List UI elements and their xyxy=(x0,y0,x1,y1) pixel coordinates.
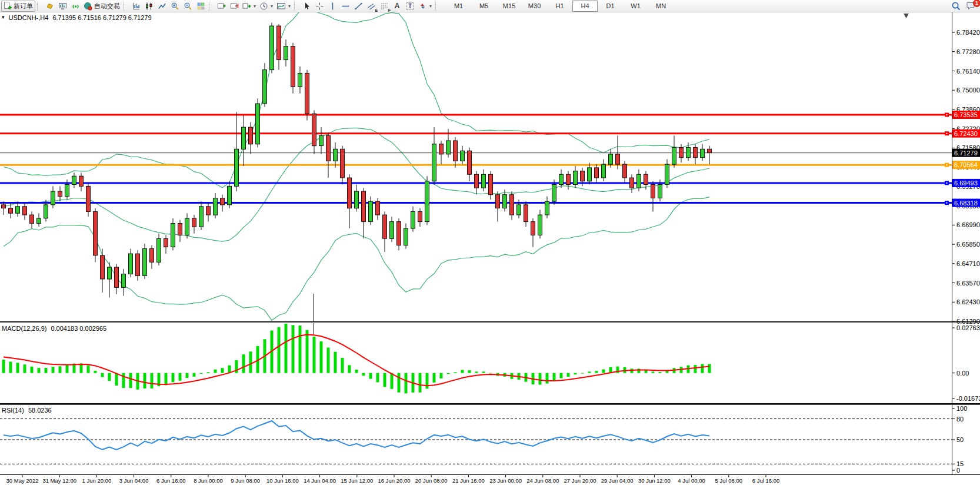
tf-button-W1[interactable]: W1 xyxy=(623,1,648,12)
svg-text:30 Jun 12:00: 30 Jun 12:00 xyxy=(638,477,671,484)
zoom-out-button[interactable] xyxy=(181,1,194,12)
timeframe-bar: M1M5M15M30H1H4D1W1MN xyxy=(446,1,674,12)
search-button[interactable] xyxy=(949,1,963,12)
indicators-dropdown[interactable]: ▾ xyxy=(275,1,292,12)
crosshair-tool-button[interactable] xyxy=(313,1,326,12)
tf-button-H1[interactable]: H1 xyxy=(547,1,572,12)
vertical-line-icon xyxy=(328,2,337,11)
channel-tool-button[interactable]: E xyxy=(365,1,378,12)
svg-text:6 Jun 16:00: 6 Jun 16:00 xyxy=(156,477,186,484)
svg-text:30 May 2022: 30 May 2022 xyxy=(6,477,39,484)
cursor-tool-button[interactable] xyxy=(300,1,313,12)
signals-button[interactable] xyxy=(69,1,82,12)
horizontal-line-tool-button[interactable] xyxy=(339,1,352,12)
tf-button-M5[interactable]: M5 xyxy=(471,1,496,12)
periods-dropdown[interactable]: ▾ xyxy=(258,1,275,12)
text-label-tool-button[interactable]: T xyxy=(404,1,416,12)
new-order-label: 新订单 xyxy=(14,2,33,11)
arrows-dropdown[interactable]: ▾ xyxy=(416,1,434,12)
svg-text:24 Jun 08:00: 24 Jun 08:00 xyxy=(526,477,559,484)
svg-text:6.65850: 6.65850 xyxy=(956,241,980,248)
macd-indicator-label: MACD(12,26,9) 0.004183 0.002965 xyxy=(2,325,106,332)
svg-text:6.75000: 6.75000 xyxy=(956,87,980,94)
svg-text:21 Jun 16:00: 21 Jun 16:00 xyxy=(452,477,485,484)
svg-text:6.73535: 6.73535 xyxy=(954,111,978,118)
chevron-down-icon: ▾ xyxy=(429,4,432,9)
text-tool-button[interactable]: A xyxy=(391,1,404,12)
toolbar-grip xyxy=(209,2,212,11)
line-chart-icon xyxy=(158,2,166,11)
rsi-value: 58.0236 xyxy=(28,407,52,414)
clock-icon xyxy=(259,2,268,11)
toolbar: 新订单 自动交易 ▾ ▾ ▾ E F A T ▾ M1M5M1 xyxy=(0,0,980,12)
signal-icon xyxy=(71,2,80,11)
tile-windows-button[interactable] xyxy=(194,1,207,12)
monitor-chart-icon xyxy=(58,2,67,11)
tf-button-MN[interactable]: MN xyxy=(648,1,674,12)
svg-text:6.76140: 6.76140 xyxy=(956,68,980,75)
svg-text:6.68318: 6.68318 xyxy=(954,200,978,207)
svg-text:15 Jun 12:00: 15 Jun 12:00 xyxy=(341,477,373,484)
tf-button-M1[interactable]: M1 xyxy=(446,1,471,12)
new-chart-dropdown[interactable]: ▾ xyxy=(241,1,258,12)
auto-scroll-button[interactable] xyxy=(215,1,228,12)
rsi-indicator-label: RSI(14) 58.0236 xyxy=(2,407,52,414)
svg-text:6 Jul 16:00: 6 Jul 16:00 xyxy=(752,477,779,484)
data-window-button[interactable] xyxy=(56,1,69,12)
zoom-in-icon xyxy=(171,2,179,11)
chart-area[interactable]: 6.784206.772806.761406.750006.738606.727… xyxy=(0,0,980,485)
chart-ohlc-values: 6.71395 6.71516 6.71279 6.71279 xyxy=(52,14,151,21)
autotrading-icon xyxy=(84,2,92,11)
svg-text:6.72430: 6.72430 xyxy=(954,130,978,137)
autotrading-label: 自动交易 xyxy=(94,2,120,11)
bar-chart-button[interactable] xyxy=(129,1,142,12)
line-chart-button[interactable] xyxy=(155,1,168,12)
text-label-icon: T xyxy=(406,2,414,10)
trendline-tool-button[interactable] xyxy=(352,1,365,12)
gold-icon xyxy=(45,2,54,11)
notifications-button[interactable]: 1 xyxy=(964,1,978,12)
macd-values: 0.004183 0.002965 xyxy=(51,325,106,332)
crosshair-icon xyxy=(315,2,324,11)
svg-text:6.70564: 6.70564 xyxy=(954,161,978,168)
svg-text:5 Jul 08:00: 5 Jul 08:00 xyxy=(715,477,742,484)
vertical-line-tool-button[interactable] xyxy=(326,1,339,12)
cursor-icon xyxy=(302,2,311,11)
toolbar-grip xyxy=(124,2,127,11)
svg-text:6.66990: 6.66990 xyxy=(956,221,980,228)
zoom-out-icon xyxy=(184,2,192,11)
svg-text:-0.016736: -0.016736 xyxy=(956,395,980,402)
autotrading-button[interactable]: 自动交易 xyxy=(82,1,122,12)
candlestick-chart-button[interactable] xyxy=(142,1,155,12)
svg-text:31 May 12:00: 31 May 12:00 xyxy=(42,477,76,484)
chevron-down-icon: ▾ xyxy=(254,4,256,9)
svg-text:1 Jun 20:00: 1 Jun 20:00 xyxy=(82,477,112,484)
new-chart-icon xyxy=(242,2,251,11)
svg-text:80: 80 xyxy=(956,416,964,423)
svg-text:8 Jun 00:00: 8 Jun 00:00 xyxy=(194,477,223,484)
metaeditor-button[interactable] xyxy=(43,1,56,12)
svg-text:100: 100 xyxy=(956,405,967,412)
svg-text:6.71279: 6.71279 xyxy=(954,150,978,157)
tf-button-H4[interactable]: H4 xyxy=(572,1,598,12)
tf-button-M15[interactable]: M15 xyxy=(496,1,522,12)
tile-windows-icon xyxy=(196,2,205,11)
toolbar-grip xyxy=(37,2,41,11)
svg-text:0.027633: 0.027633 xyxy=(956,324,980,331)
auto-scroll-icon xyxy=(217,2,226,11)
zoom-in-button[interactable] xyxy=(168,1,181,12)
tf-button-M30[interactable]: M30 xyxy=(522,1,547,12)
svg-text:3 Jun 04:00: 3 Jun 04:00 xyxy=(119,477,149,484)
chart-title-line: ▾ USDCNH-,H4 6.71395 6.71516 6.71279 6.7… xyxy=(2,14,152,21)
svg-text:6.69493: 6.69493 xyxy=(954,180,978,187)
one-click-trading-toggle[interactable]: ▾ xyxy=(2,14,5,21)
mt4-window: 新订单 自动交易 ▾ ▾ ▾ E F A T ▾ M1M5M1 xyxy=(0,0,980,485)
chart-shift-button[interactable] xyxy=(228,1,241,12)
new-order-button[interactable]: 新订单 xyxy=(1,1,35,12)
svg-text:20 Jun 08:00: 20 Jun 08:00 xyxy=(415,477,448,484)
svg-text:29 Jun 04:00: 29 Jun 04:00 xyxy=(601,477,634,484)
svg-text:23 Jun 00:00: 23 Jun 00:00 xyxy=(489,477,522,484)
bar-chart-icon xyxy=(132,2,141,11)
tf-button-D1[interactable]: D1 xyxy=(598,1,623,12)
fibonacci-tool-button[interactable]: F xyxy=(378,1,391,12)
